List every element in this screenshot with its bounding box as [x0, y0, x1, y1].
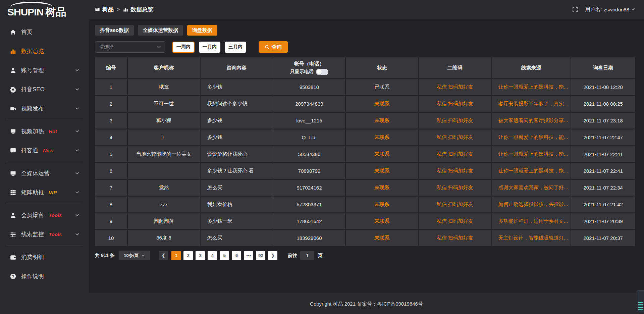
sidebar-item-label: 会员爆客	[21, 211, 44, 219]
cell-status: 未联系	[346, 96, 418, 112]
source-link[interactable]: 被大家追着问的客厅投影分享...	[498, 117, 568, 124]
page-button-1[interactable]: 1	[171, 251, 181, 260]
sidebar-item-douyin-seo[interactable]: 抖音SEO	[0, 80, 89, 99]
chevron-down-icon	[75, 87, 79, 92]
qr-links[interactable]: 私信 扫码加好友	[436, 185, 473, 191]
range-button-three-months[interactable]: 三月内	[225, 42, 246, 53]
source-link[interactable]: 客厅安装投影半年多了，真实...	[498, 101, 568, 107]
qr-links[interactable]: 私信 扫码加好友	[436, 168, 473, 174]
filter-bar: 请选择 一周内一月内三月内 查询	[95, 41, 635, 53]
page-button-92[interactable]: 92	[256, 251, 265, 260]
search-button-label: 查询	[272, 44, 282, 50]
sidebar-item-label: 消费明细	[21, 253, 44, 261]
source-link[interactable]: 让你一眼就爱上的黑科技，能...	[498, 168, 568, 174]
qr-links[interactable]: 私信 扫码加好友	[436, 134, 473, 141]
sidebar-item-data-overview[interactable]: 数据总览	[0, 42, 89, 61]
sidebar-item-label: 视频加热	[21, 127, 44, 135]
qr-links[interactable]: 私信 扫码加好友	[436, 151, 473, 157]
qr-links[interactable]: 私信 扫码加好友	[436, 235, 473, 241]
sidebar-item-video-heat[interactable]: 视频加热Hot	[0, 122, 89, 141]
sidebar-item-media-operation[interactable]: 全媒体运营	[0, 164, 89, 183]
source-link[interactable]: 如何正确选择投影仪，买投影...	[498, 201, 568, 208]
range-button-one-month[interactable]: 一月内	[199, 42, 220, 53]
cell-date: 2021-11-07 22:34	[571, 180, 635, 196]
qr-links[interactable]: 私信 扫码加好友	[436, 218, 473, 224]
sidebar-item-member-burst[interactable]: 会员爆客Tools	[0, 206, 89, 225]
cell-qr: 私信 扫码加好友	[419, 79, 491, 95]
page-button-3[interactable]: 3	[196, 251, 205, 260]
page-button-5[interactable]: 5	[220, 251, 229, 260]
source-link[interactable]: 让你一眼就爱上的黑科技，能...	[498, 134, 568, 141]
chart-icon	[123, 7, 128, 12]
qr-links[interactable]: 私信 扫码加好友	[436, 101, 473, 107]
sidebar-item-label: 操作说明	[21, 272, 44, 280]
phone-only-toggle[interactable]	[316, 69, 328, 75]
sidebar-item-operation-guide[interactable]: ?操作说明	[0, 267, 89, 286]
breadcrumb-item-app[interactable]: 树品	[95, 6, 114, 13]
page-button-2[interactable]: 2	[183, 251, 193, 260]
sidebar-item-douketong[interactable]: 抖客通New	[0, 141, 89, 160]
sidebar-item-label: 全媒体运营	[21, 169, 50, 177]
cell-qr: 私信 扫码加好友	[419, 197, 491, 212]
source-link[interactable]: 感谢大家喜欢我家，被问了好...	[498, 185, 568, 191]
cell-content: 多少钱	[201, 129, 273, 145]
cell-qr: 私信 扫码加好友	[419, 129, 491, 145]
sidebar-item-consume-detail[interactable]: 消费明细	[0, 248, 89, 267]
username-value: zswodun88	[604, 7, 629, 12]
cell-status: 未联系	[346, 180, 418, 196]
cell-nickname: 觉然	[128, 180, 200, 196]
search-button[interactable]: 查询	[259, 41, 288, 53]
inquiry-table: 编号客户昵称咨询内容帐号（电话）只显示电话状态二维码线索来源询盘日期1哦章多少钱…	[95, 57, 635, 246]
goto-page-input[interactable]	[300, 251, 314, 260]
tab-inquiry-data[interactable]: 询盘数据	[187, 25, 217, 36]
menu-badge-vip: VIP	[49, 190, 57, 195]
cell-account: love__1215	[273, 113, 345, 128]
user-menu[interactable]: 用户名: zswodun88	[585, 6, 635, 13]
cell-id: 5	[95, 146, 127, 162]
qr-links[interactable]: 私信 扫码加好友	[436, 117, 473, 124]
cell-nickname: 36度 8	[128, 230, 200, 246]
cell-status: 未联系	[346, 146, 418, 162]
page-buttons: 123456•••92	[171, 251, 265, 260]
breadcrumb-item-page[interactable]: 数据总览	[123, 6, 153, 13]
scroll-widget[interactable]	[637, 290, 644, 312]
page-button-6[interactable]: 6	[232, 251, 241, 260]
more-pages-button[interactable]: •••	[244, 251, 253, 260]
question-icon: ?	[10, 273, 16, 279]
status-badge: 未联系	[374, 235, 389, 241]
sidebar-item-clue-monitor[interactable]: 线索监控Tools	[0, 225, 89, 244]
qr-links[interactable]: 私信 扫码加好友	[436, 201, 473, 208]
menu-divider	[6, 246, 83, 246]
source-link[interactable]: 让你一眼就爱上的黑科技，能...	[498, 151, 568, 157]
page-button-4[interactable]: 4	[208, 251, 217, 260]
sidebar-item-video-publish[interactable]: 视频发布	[0, 99, 89, 118]
home-icon	[10, 29, 16, 35]
monitor-icon	[10, 170, 16, 176]
sidebar-item-matrix-boost[interactable]: 矩阵助推VIP	[0, 183, 89, 202]
cell-id: 9	[95, 213, 127, 229]
cell-source: 让你一眼就爱上的黑科技，能...	[492, 79, 571, 95]
status-badge: 未联系	[374, 168, 389, 174]
tab-douyin-seo-data[interactable]: 抖音seo数据	[95, 25, 134, 36]
sidebar-item-label: 矩阵助推	[21, 189, 44, 196]
filter-select[interactable]: 请选择	[95, 41, 165, 53]
column-header-qr: 二维码	[419, 57, 491, 78]
page-size-select[interactable]: 10条/页	[119, 251, 150, 260]
sidebar-item-home[interactable]: 首页	[0, 22, 89, 42]
source-link[interactable]: 无主灯设计，智能磁吸轨道灯...	[498, 235, 568, 241]
fullscreen-icon[interactable]	[572, 7, 578, 12]
cell-status: 未联系	[346, 230, 418, 246]
tab-media-operation-data[interactable]: 全媒体运营数据	[138, 25, 183, 36]
range-button-one-week[interactable]: 一周内	[172, 42, 195, 53]
cell-account: 178651642	[273, 213, 345, 229]
next-page-button[interactable]: ❯	[268, 251, 277, 260]
cell-qr: 私信 扫码加好友	[419, 163, 491, 179]
sidebar-item-account-management[interactable]: 账号管理	[0, 61, 89, 80]
source-link[interactable]: 让你一眼就爱上的黑科技，能...	[498, 84, 568, 90]
cell-content: 怎么买	[201, 180, 273, 196]
source-link[interactable]: 多功能护栏灯，适用于乡村文...	[498, 218, 568, 224]
cell-source: 让你一眼就爱上的黑科技，能...	[492, 146, 571, 162]
cell-content: 多少钱	[201, 79, 273, 95]
qr-links[interactable]: 私信 扫码加好友	[436, 84, 473, 90]
prev-page-button[interactable]: ❮	[159, 251, 168, 260]
